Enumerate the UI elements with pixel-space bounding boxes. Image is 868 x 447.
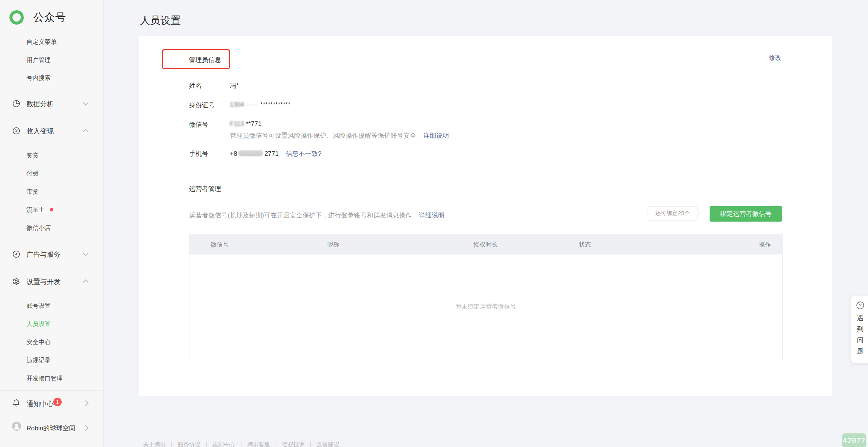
chevron-up-icon xyxy=(83,279,89,286)
phone-field-value: +82771 信息不一致? xyxy=(230,149,321,158)
table-empty-state: 暂未绑定运营者微信号 xyxy=(189,303,782,311)
edit-admin-link[interactable]: 修改 xyxy=(769,53,781,62)
chevron-down-icon xyxy=(83,100,89,106)
sidebar-section-data-analysis[interactable]: 数据分析 xyxy=(0,99,104,110)
sidebar: 公众号 自定义菜单 用户管理 号内搜索 数据分析 ¥ 收入变现 赞赏 付费 带货… xyxy=(0,0,104,447)
sidebar-divider xyxy=(0,390,103,391)
id-field-value: 1304 ····· ************ xyxy=(230,101,290,109)
wechat-note-detail-link[interactable]: 详细说明 xyxy=(423,132,449,139)
sidebar-item-security-center[interactable]: 安全中心 xyxy=(26,338,51,346)
phone-prefix: +8 xyxy=(230,150,237,157)
sidebar-item-wechat-store[interactable]: 微信小店 xyxy=(26,224,51,232)
coin-icon: ¥ xyxy=(12,126,21,135)
footer-link[interactable]: 关于腾讯 xyxy=(143,441,166,447)
phone-field-label: 手机号 xyxy=(189,149,208,158)
operator-desc-text: 运营者微信号(长期及短期)可在开启安全保护下，进行登录账号和群发消息操作 xyxy=(189,212,412,219)
operator-section-title: 运营者管理 xyxy=(189,185,221,193)
operator-desc-detail-link[interactable]: 详细说明 xyxy=(419,212,445,219)
sidebar-item-paid-content[interactable]: 付费 xyxy=(26,169,39,178)
sidebar-section-label: 广告与服务 xyxy=(26,250,60,259)
col-header-auth-duration: 授权时长 xyxy=(473,241,498,249)
wechat-field-label: 微信号 xyxy=(189,120,208,129)
name-field-value: 冯* xyxy=(230,81,239,90)
sidebar-item-goods[interactable]: 带货 xyxy=(26,188,39,196)
wechat-security-note: 管理员微信号可设置风险操作保护、风险操作提醒等保护账号安全 详细说明 xyxy=(230,131,449,140)
bind-operator-button[interactable]: 绑定运营者微信号 xyxy=(710,206,782,222)
app-title: 公众号 xyxy=(33,10,66,25)
sidebar-section-label: 收入变现 xyxy=(26,127,54,136)
notification-center-label: 通知中心 xyxy=(26,399,54,408)
sidebar-account-entry[interactable]: Robin的球球空间 xyxy=(0,424,104,434)
phone-suffix: 2771 xyxy=(264,150,279,157)
avatar xyxy=(12,421,22,431)
phone-masked-blur-block xyxy=(238,150,263,156)
wechat-official-account-logo-icon xyxy=(8,8,26,26)
name-field-label: 姓名 xyxy=(189,81,202,90)
col-header-wechat-id: 微信号 xyxy=(211,241,229,249)
phone-mismatch-link[interactable]: 信息不一致? xyxy=(286,150,321,157)
footer-link[interactable]: 侵权投诉 xyxy=(282,441,305,447)
sidebar-item-account-settings[interactable]: 账号设置 xyxy=(26,302,51,310)
footer-link[interactable]: 腾讯客服 xyxy=(247,441,270,447)
wechat-field-value: F113 **771 xyxy=(230,120,262,128)
wechat-blurred-part: F113 xyxy=(230,120,244,127)
footer-separator: | xyxy=(310,441,312,447)
bell-icon xyxy=(12,398,21,407)
sidebar-item-ad-traffic[interactable]: 流量主 xyxy=(26,206,45,214)
footer-link[interactable]: 服务协议 xyxy=(178,441,200,447)
wechat-note-text: 管理员微信号可设置风险操作保护、风险操作提醒等保护账号安全 xyxy=(230,132,416,139)
col-header-action: 操作 xyxy=(759,241,771,249)
id-blurred-part: 1304 xyxy=(230,101,244,108)
chevron-up-icon xyxy=(83,129,89,135)
svg-text:?: ? xyxy=(859,303,862,308)
chevron-right-icon xyxy=(83,425,89,431)
help-widget-label: 遇到问题 xyxy=(851,313,868,357)
tooltip-arrow xyxy=(695,211,700,216)
col-header-status: 状态 xyxy=(579,241,591,249)
svg-text:¥: ¥ xyxy=(15,129,18,133)
account-name: Robin的球球空间 xyxy=(26,424,75,433)
sidebar-divider xyxy=(0,34,103,34)
sidebar-section-ads-services[interactable]: 广告与服务 xyxy=(0,250,104,260)
sidebar-item-personnel-settings[interactable]: 人员设置 xyxy=(26,320,51,328)
operator-table-header: 微信号 昵称 授权时长 状态 操作 xyxy=(189,235,782,255)
footer-link[interactable]: 反馈建议 xyxy=(317,441,339,447)
footer-separator: | xyxy=(240,441,242,447)
section-divider xyxy=(189,70,781,70)
sidebar-item-dev-api-management[interactable]: 开发接口管理 xyxy=(26,374,63,383)
chevron-right-icon xyxy=(83,400,89,407)
bind-quota-text: 还可绑定25个 xyxy=(655,210,690,216)
section-divider xyxy=(189,197,781,197)
notification-count-badge: 1 xyxy=(53,398,62,406)
page-title: 人员设置 xyxy=(140,14,181,27)
sidebar-item-user-management[interactable]: 用户管理 xyxy=(26,56,51,64)
footer-separator: | xyxy=(206,441,207,447)
app-logo-row[interactable]: 公众号 xyxy=(8,8,66,26)
footer-separator: | xyxy=(171,441,172,447)
help-widget-button[interactable]: ? 遇到问题 xyxy=(851,296,868,363)
footer-link[interactable]: 规则中心 xyxy=(212,441,235,447)
chevron-down-icon xyxy=(83,250,89,256)
pie-chart-icon xyxy=(12,99,21,108)
id-field-label: 身份证号 xyxy=(189,101,215,110)
notification-dot xyxy=(50,208,53,211)
operator-table: 微信号 昵称 授权时长 状态 操作 暂未绑定运营者微信号 xyxy=(189,234,783,360)
sidebar-section-label: 数据分析 xyxy=(26,99,54,109)
col-header-nickname: 昵称 xyxy=(327,241,339,249)
sidebar-item-in-account-search[interactable]: 号内搜索 xyxy=(26,74,51,82)
annotation-highlight-box xyxy=(162,49,230,69)
sidebar-section-monetization[interactable]: ¥ 收入变现 xyxy=(0,126,104,137)
operator-desc: 运营者微信号(长期及短期)可在开启安全保护下，进行登录账号和群发消息操作 详细说… xyxy=(189,211,445,220)
sidebar-item-violation-records[interactable]: 违规记录 xyxy=(26,356,51,365)
id-faint-part: ····· xyxy=(246,101,259,108)
bind-quota-tooltip: 还可绑定25个 xyxy=(648,206,698,220)
sidebar-item-notification-center[interactable]: 通知中心 1 xyxy=(0,399,104,410)
id-masked-part: ************ xyxy=(260,101,290,108)
sidebar-section-settings-dev[interactable]: 设置与开发 xyxy=(0,277,104,287)
sidebar-section-label: 设置与开发 xyxy=(26,277,60,286)
sidebar-item-appreciation[interactable]: 赞赏 xyxy=(26,151,39,160)
gear-icon xyxy=(12,277,21,286)
footer-links: 关于腾讯|服务协议|规则中心|腾讯客服|侵权投诉|反馈建议 xyxy=(143,441,339,447)
sidebar-item-custom-menu[interactable]: 自定义菜单 xyxy=(26,38,57,46)
footer-separator: | xyxy=(275,441,277,447)
